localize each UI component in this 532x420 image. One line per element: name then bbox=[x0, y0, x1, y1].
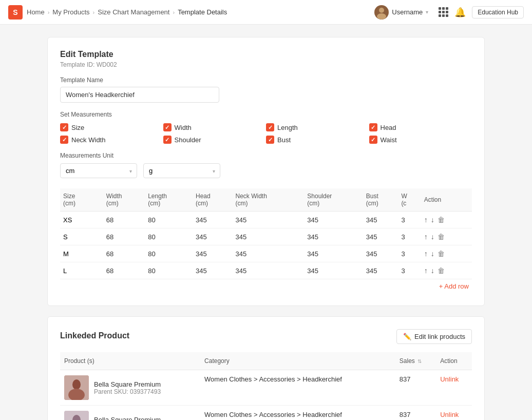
move-up-icon-m[interactable]: ↑ bbox=[424, 250, 428, 258]
table-row: XSSMLXL 68 80 345 345 345 345 3 ↑ ↓ 🗑 bbox=[60, 212, 472, 228]
top-navigation: S Home › My Products › Size Chart Manage… bbox=[0, 0, 532, 25]
col-sales: Sales ⇅ bbox=[395, 352, 436, 370]
checkbox-waist[interactable]: Waist bbox=[369, 136, 472, 144]
unlink-button-2[interactable]: Unlink bbox=[440, 411, 459, 418]
cell-length-s: 80 bbox=[145, 228, 193, 245]
checkbox-width[interactable]: Width bbox=[163, 123, 267, 131]
breadcrumb: Home › My Products › Size Chart Manageme… bbox=[27, 8, 227, 16]
cell-width-m: 68 bbox=[103, 245, 145, 262]
checkbox-size-box[interactable] bbox=[60, 123, 68, 131]
checkbox-shoulder[interactable]: Shoulder bbox=[163, 136, 267, 144]
nav-right: Username ▾ 🔔 Education Hub bbox=[370, 3, 524, 22]
linked-product-header: Linkeded Product ✏️ Edit link products bbox=[60, 329, 472, 344]
delete-row-icon-m[interactable]: 🗑 bbox=[438, 250, 445, 258]
breadcrumb-size-chart[interactable]: Size Chart Management bbox=[98, 8, 169, 16]
cell-width-s: 68 bbox=[103, 228, 145, 245]
col-action: Action bbox=[421, 188, 472, 212]
cell-w-m: 3 bbox=[398, 245, 421, 262]
cell-w-s: 3 bbox=[398, 228, 421, 245]
product-info-1: Bella Square Premium Parent SKU: 0393774… bbox=[94, 380, 161, 395]
unit-select[interactable]: cm inch bbox=[60, 163, 137, 178]
checkbox-waist-box[interactable] bbox=[369, 136, 377, 144]
move-down-icon-l[interactable]: ↓ bbox=[431, 266, 434, 275]
product-table: Product (s) Category Sales ⇅ Action bbox=[60, 352, 472, 420]
size-table-wrapper: Size(cm) Width(cm) Length(cm) Head(cm) N… bbox=[60, 188, 472, 293]
chevron-down-icon: ▾ bbox=[426, 9, 428, 15]
delete-row-icon-xs[interactable]: 🗑 bbox=[438, 216, 445, 224]
cell-neck-l: 345 bbox=[233, 262, 305, 279]
checkbox-length-box[interactable] bbox=[266, 123, 274, 131]
measurements-unit-label: Measurements Unit bbox=[60, 152, 472, 159]
cell-w-l: 3 bbox=[398, 262, 421, 279]
col-action-linked: Action bbox=[436, 352, 472, 370]
product-info-2: Bella Square Premium Parent SKU: 0393774… bbox=[94, 416, 161, 421]
education-hub-button[interactable]: Education Hub bbox=[472, 6, 524, 18]
table-row: LXSSMXL 68 80 345 345 345 345 3 ↑ ↓ 🗑 bbox=[60, 262, 472, 279]
cell-head-m: 345 bbox=[193, 245, 233, 262]
svg-point-3 bbox=[72, 379, 81, 390]
move-down-icon-m[interactable]: ↓ bbox=[431, 250, 434, 258]
breadcrumb-home[interactable]: Home bbox=[27, 8, 45, 16]
logo: S bbox=[8, 5, 23, 20]
row-actions-m: ↑ ↓ 🗑 bbox=[424, 250, 469, 258]
measurements-checkboxes: Size Width Length Head Neck Width Should… bbox=[60, 123, 472, 144]
user-menu[interactable]: Username ▾ bbox=[370, 3, 432, 22]
move-up-icon-s[interactable]: ↑ bbox=[424, 233, 428, 241]
notification-bell-icon[interactable]: 🔔 bbox=[454, 7, 466, 18]
size-select-m[interactable]: MXSSLXL bbox=[63, 250, 80, 258]
unlink-button-1[interactable]: Unlink bbox=[440, 375, 459, 383]
move-up-icon-xs[interactable]: ↑ bbox=[424, 216, 428, 224]
product-sales-2: 837 bbox=[395, 406, 436, 421]
table-row: MXSSLXL 68 80 345 345 345 345 3 ↑ ↓ 🗑 bbox=[60, 245, 472, 262]
product-name-1: Bella Square Premium bbox=[94, 380, 161, 388]
delete-row-icon-l[interactable]: 🗑 bbox=[438, 266, 445, 275]
product-sales-1: 837 bbox=[395, 370, 436, 406]
weight-select[interactable]: g kg oz bbox=[143, 163, 220, 178]
template-id-label: Template ID: WD002 bbox=[60, 61, 472, 68]
product-row: Bella Square Premium Parent SKU: 0393774… bbox=[60, 370, 472, 406]
product-thumbnail-2 bbox=[64, 411, 89, 420]
move-down-icon-s[interactable]: ↓ bbox=[431, 233, 434, 241]
grid-menu-icon[interactable] bbox=[439, 7, 448, 17]
sales-sort-icon[interactable]: ⇅ bbox=[417, 358, 422, 364]
col-category: Category bbox=[200, 352, 395, 370]
cell-w-xs: 3 bbox=[398, 212, 421, 228]
checkbox-head-box[interactable] bbox=[369, 123, 377, 131]
edit-icon: ✏️ bbox=[403, 333, 411, 340]
edit-link-products-button[interactable]: ✏️ Edit link products bbox=[396, 329, 472, 344]
size-select-l[interactable]: LXSSMXL bbox=[63, 267, 80, 275]
breadcrumb-my-products[interactable]: My Products bbox=[52, 8, 89, 16]
checkbox-shoulder-box[interactable] bbox=[163, 136, 172, 144]
col-bust: Bust(cm) bbox=[363, 188, 398, 212]
linked-product-title: Linkeded Product bbox=[60, 331, 129, 340]
delete-row-icon-s[interactable]: 🗑 bbox=[438, 233, 445, 241]
cell-shoulder-s: 345 bbox=[304, 228, 363, 245]
set-measurements-label: Set Measurements bbox=[60, 111, 472, 118]
checkbox-neck-width-box[interactable] bbox=[60, 136, 68, 144]
checkbox-bust[interactable]: Bust bbox=[266, 136, 369, 144]
unit-dropdowns: cm inch ▾ g kg oz ▾ bbox=[60, 163, 472, 178]
move-down-icon-xs[interactable]: ↓ bbox=[431, 216, 434, 224]
checkbox-head[interactable]: Head bbox=[369, 123, 472, 131]
template-name-input[interactable] bbox=[60, 87, 219, 103]
product-category-2: Women Clothes > Accessories > Headkerchi… bbox=[200, 406, 395, 421]
template-name-label: Template Name bbox=[60, 77, 472, 84]
add-row-row: + Add row bbox=[60, 279, 472, 294]
product-name-2: Bella Square Premium bbox=[94, 416, 161, 421]
size-select-s[interactable]: SXSMLXL bbox=[63, 233, 80, 241]
move-up-icon-l[interactable]: ↑ bbox=[424, 266, 428, 275]
cell-width-xs: 68 bbox=[103, 212, 145, 228]
checkbox-neck-width[interactable]: Neck Width bbox=[60, 136, 163, 144]
col-width: Width(cm) bbox=[103, 188, 145, 212]
checkbox-size[interactable]: Size bbox=[60, 123, 163, 131]
add-row-button[interactable]: + Add row bbox=[439, 282, 469, 290]
size-select-xs[interactable]: XSSMLXL bbox=[63, 216, 80, 224]
checkbox-width-box[interactable] bbox=[163, 123, 172, 131]
page-content: Edit Template Template ID: WD002 Templat… bbox=[35, 25, 497, 420]
row-actions-xs: ↑ ↓ 🗑 bbox=[424, 216, 469, 224]
checkbox-length[interactable]: Length bbox=[266, 123, 369, 131]
checkbox-bust-box[interactable] bbox=[266, 136, 274, 144]
svg-point-1 bbox=[377, 13, 386, 20]
cell-bust-s: 345 bbox=[363, 228, 398, 245]
col-w: W(c bbox=[398, 188, 421, 212]
